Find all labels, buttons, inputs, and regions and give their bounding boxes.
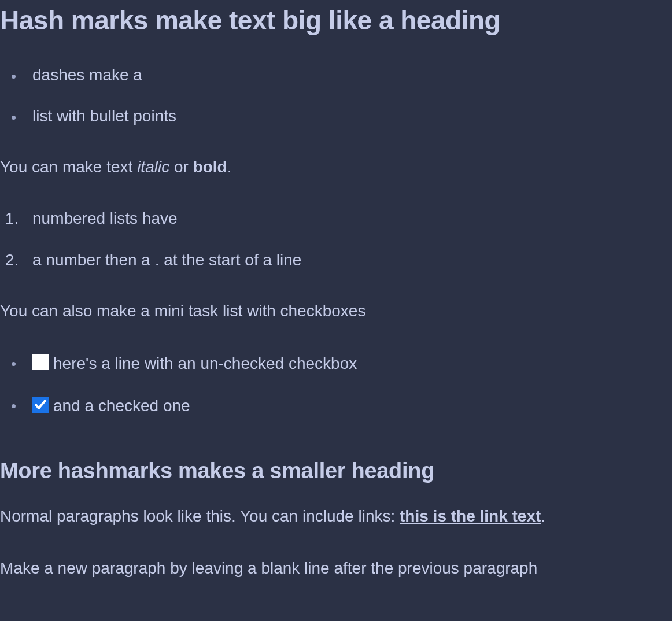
link[interactable]: this is the link text — [400, 507, 541, 525]
checkbox-unchecked-icon[interactable] — [32, 354, 49, 370]
italic-text: italic — [137, 158, 169, 176]
text-prefix: Normal paragraphs look like this. You ca… — [0, 507, 400, 525]
bullet-list: dashes make a list with bullet points — [0, 64, 672, 127]
text-middle: or — [169, 158, 193, 176]
text-suffix: . — [541, 507, 545, 525]
list-item: dashes make a — [23, 64, 672, 86]
task-item: here's a line with an un-checked checkbo… — [23, 351, 672, 375]
paragraph-tasks: You can also make a mini task list with … — [0, 299, 672, 323]
paragraph-links: Normal paragraphs look like this. You ca… — [0, 504, 672, 528]
heading-2: More hashmarks makes a smaller heading — [0, 459, 672, 483]
paragraph-new: Make a new paragraph by leaving a blank … — [0, 556, 672, 581]
list-item: a number then a . at the start of a line — [23, 249, 672, 271]
numbered-list: numbered lists have a number then a . at… — [0, 207, 672, 271]
task-item-text: here's a line with an un-checked checkbo… — [53, 354, 357, 372]
bold-text: bold — [193, 158, 227, 176]
list-item: list with bullet points — [23, 105, 672, 127]
text-suffix: . — [227, 158, 232, 176]
task-list: here's a line with an un-checked checkbo… — [0, 351, 672, 417]
list-item: numbered lists have — [23, 207, 672, 230]
paragraph-styling: You can make text italic or bold. — [0, 155, 672, 179]
heading-1: Hash marks make text big like a heading — [0, 5, 672, 36]
task-item: and a checked one — [23, 393, 672, 417]
checkbox-checked-icon[interactable] — [32, 397, 49, 413]
task-item-text: and a checked one — [53, 397, 190, 415]
text-prefix: You can make text — [0, 158, 137, 176]
